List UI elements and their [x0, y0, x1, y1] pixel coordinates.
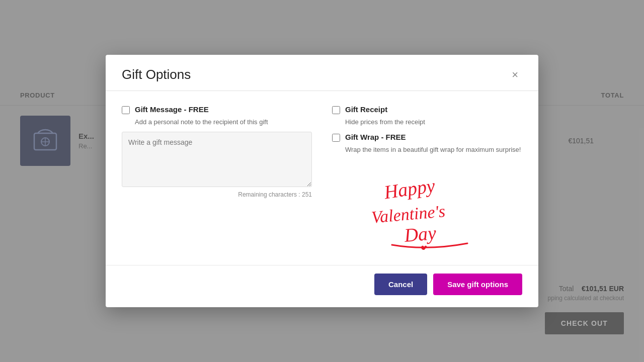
gift-options-modal: Gift Options × Gift Message - FREE Add a…	[106, 55, 538, 307]
gift-receipt-option-row: Gift Receipt	[332, 105, 522, 114]
cancel-button[interactable]: Cancel	[374, 274, 427, 295]
gift-message-label: Gift Message - FREE	[135, 105, 209, 114]
modal-footer: Cancel Save gift options	[106, 265, 538, 307]
save-gift-options-button[interactable]: Save gift options	[433, 274, 522, 295]
gift-receipt-checkbox[interactable]	[332, 106, 340, 114]
gift-wrap-option-row: Gift Wrap - FREE	[332, 133, 522, 142]
gift-wrap-label: Gift Wrap - FREE	[345, 133, 406, 141]
gift-receipt-label: Gift Receipt	[345, 105, 387, 114]
modal-title: Gift Options	[122, 67, 191, 82]
modal-close-button[interactable]: ×	[508, 67, 522, 82]
modal-body: Gift Message - FREE Add a personal note …	[106, 91, 538, 265]
left-column: Gift Message - FREE Add a personal note …	[122, 105, 312, 251]
valentines-image: Happy Valentine's Day	[332, 165, 522, 251]
modal-overlay: Gift Options × Gift Message - FREE Add a…	[0, 0, 644, 362]
gift-wrap-desc: Wrap the items in a beautiful gift wrap …	[345, 146, 522, 153]
svg-text:Happy: Happy	[382, 175, 436, 203]
gift-wrap-checkbox[interactable]	[332, 134, 340, 142]
gift-receipt-desc: Hide prices from the receipt	[345, 118, 522, 126]
svg-text:Day: Day	[403, 222, 437, 246]
gift-message-textarea[interactable]	[122, 132, 312, 187]
char-remaining: Remaining characters : 251	[122, 191, 312, 198]
gift-message-checkbox[interactable]	[122, 106, 130, 114]
gift-message-option-row: Gift Message - FREE	[122, 105, 312, 114]
gift-message-desc: Add a personal note to the recipient of …	[135, 118, 312, 126]
right-column: Gift Receipt Hide prices from the receip…	[332, 105, 522, 251]
modal-header: Gift Options ×	[106, 55, 538, 91]
